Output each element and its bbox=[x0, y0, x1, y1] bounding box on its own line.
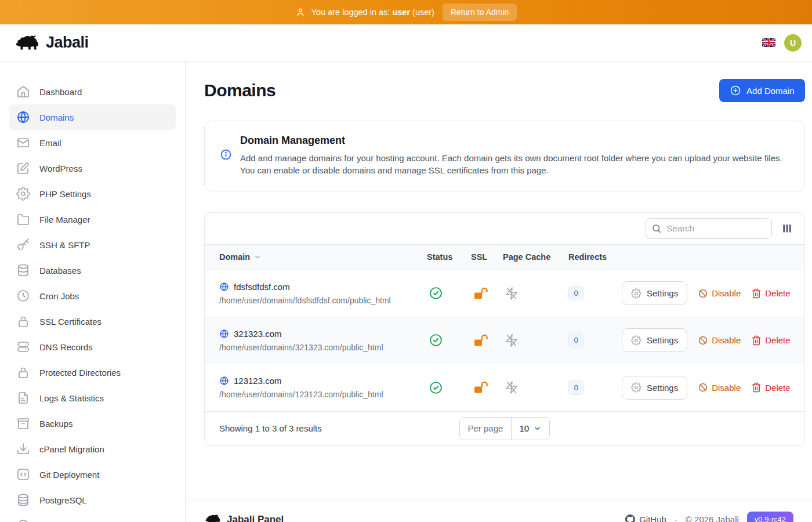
sidebar-item-dns-records[interactable]: DNS Records bbox=[9, 334, 176, 360]
page-cache-off-icon[interactable] bbox=[503, 334, 568, 347]
page-footer: Jabali Panel GitHub · © 2026 Jabali v0.9… bbox=[186, 499, 812, 522]
sidebar-item-label: Logs & Statistics bbox=[39, 393, 104, 403]
sidebar-item-label: Cron Jobs bbox=[39, 291, 79, 301]
sidebar-item-ssl-certificates[interactable]: SSL Certificates bbox=[9, 309, 176, 334]
settings-button[interactable]: Settings bbox=[622, 376, 687, 400]
gear-icon bbox=[631, 288, 641, 299]
app-header: Jabali U bbox=[0, 24, 812, 61]
sidebar-item-php-settings[interactable]: PHP Settings bbox=[9, 181, 176, 206]
sidebar-item-domains[interactable]: Domains bbox=[9, 104, 176, 130]
gear-icon bbox=[16, 187, 30, 201]
column-header-domain[interactable]: Domain bbox=[219, 252, 427, 262]
sidebar-item-git-deployment[interactable]: Git Deployment bbox=[9, 462, 176, 487]
columns-toggle-button[interactable] bbox=[780, 222, 794, 235]
trash-icon bbox=[751, 288, 762, 299]
sidebar-item-postgresql[interactable]: PostgreSQL bbox=[9, 487, 176, 513]
delete-button[interactable]: Delete bbox=[751, 288, 790, 299]
table-row: 123123.com /home/user/domains/123123.com… bbox=[205, 364, 804, 411]
info-card-title: Domain Management bbox=[240, 135, 788, 147]
domain-management-info-card: Domain Management Add and manage domains… bbox=[204, 121, 805, 191]
brand-logo[interactable]: Jabali bbox=[14, 33, 89, 53]
sidebar-item-cron-jobs[interactable]: Cron Jobs bbox=[9, 283, 176, 309]
redirects-count-badge[interactable]: 0 bbox=[568, 333, 583, 347]
page-cache-off-icon[interactable] bbox=[503, 380, 568, 394]
home-icon bbox=[16, 85, 30, 99]
clock-icon bbox=[16, 289, 30, 303]
per-page-select[interactable]: 10 bbox=[512, 418, 549, 440]
sidebar-item-cpanel-migration[interactable]: cPanel Migration bbox=[9, 436, 176, 462]
sidebar-item-label: Email bbox=[39, 138, 61, 148]
sidebar-item-label: SSH & SFTP bbox=[39, 240, 90, 250]
sidebar-item-label: PostgreSQL bbox=[39, 495, 87, 505]
sidebar-item-label: Domains bbox=[39, 113, 74, 122]
sidebar-item-protected-directories[interactable]: Protected Directories bbox=[9, 360, 176, 385]
sidebar-item-label: Protected Directories bbox=[39, 368, 121, 378]
domain-link[interactable]: 123123.com bbox=[234, 376, 282, 386]
domain-link[interactable]: 321323.com bbox=[234, 329, 282, 339]
uk-flag-icon[interactable] bbox=[762, 38, 775, 47]
user-avatar[interactable]: U bbox=[784, 34, 802, 52]
footer-brand-name: Jabali Panel bbox=[227, 514, 284, 522]
add-domain-button[interactable]: Add Domain bbox=[719, 79, 805, 102]
sidebar-item-logs-statistics[interactable]: Logs & Statistics bbox=[9, 385, 176, 411]
sidebar-item-email[interactable]: Email bbox=[9, 130, 176, 155]
return-to-admin-button[interactable]: Return to Admin bbox=[443, 3, 517, 21]
folder-icon bbox=[16, 212, 30, 226]
disable-button[interactable]: Disable bbox=[698, 335, 741, 346]
delete-button[interactable]: Delete bbox=[751, 335, 790, 346]
download-icon bbox=[16, 442, 30, 456]
globe-icon bbox=[16, 110, 30, 124]
sidebar-item-label: Databases bbox=[39, 266, 81, 276]
domain-path: /home/user/domains/123123.com/public_htm… bbox=[219, 390, 427, 399]
table-row: fdsfsdfdsf.com /home/user/domains/fdsfsd… bbox=[205, 270, 804, 317]
domain-path: /home/user/domains/321323.com/public_htm… bbox=[219, 343, 427, 352]
domain-link[interactable]: fdsfsdfdsf.com bbox=[234, 282, 290, 292]
info-icon bbox=[220, 148, 232, 163]
sidebar-item-label: PHP Settings bbox=[39, 189, 91, 199]
info-card-body: Add and manage domains for your hosting … bbox=[240, 152, 785, 177]
redirects-count-badge[interactable]: 0 bbox=[568, 380, 583, 395]
sidebar-item-databases[interactable]: Databases bbox=[9, 258, 176, 283]
github-link[interactable]: GitHub bbox=[625, 514, 666, 522]
database-icon bbox=[16, 263, 30, 277]
domain-path: /home/user/domains/fdsfsdfdsf.com/public… bbox=[219, 296, 427, 305]
impersonation-bar: You are logged in as: user (user) Return… bbox=[0, 0, 812, 24]
edit-icon bbox=[16, 161, 30, 175]
sidebar-item-ssh-sftp[interactable]: SSH & SFTP bbox=[9, 232, 176, 258]
main-content: Domains Add Domain Domain Management Add… bbox=[186, 61, 812, 522]
file-text-icon bbox=[16, 391, 30, 405]
sidebar-item-backups[interactable]: Backups bbox=[9, 411, 176, 436]
page-cache-off-icon[interactable] bbox=[503, 287, 568, 300]
disable-button[interactable]: Disable bbox=[698, 382, 741, 393]
key-icon bbox=[16, 238, 30, 252]
gear-icon bbox=[631, 382, 641, 393]
ssl-unlocked-icon[interactable] bbox=[471, 380, 503, 395]
sidebar-item-partial[interactable] bbox=[9, 513, 176, 522]
github-icon bbox=[625, 514, 635, 522]
page-title: Domains bbox=[204, 81, 276, 100]
settings-button[interactable]: Settings bbox=[622, 328, 687, 352]
lock-icon bbox=[16, 314, 30, 328]
globe-icon bbox=[219, 282, 229, 292]
ssl-unlocked-icon[interactable] bbox=[471, 286, 503, 301]
ssl-unlocked-icon[interactable] bbox=[471, 333, 503, 348]
per-page-control: Per page 10 bbox=[459, 417, 550, 440]
version-badge[interactable]: v0.9-rc42 bbox=[747, 512, 793, 522]
delete-button[interactable]: Delete bbox=[751, 382, 790, 393]
results-summary: Showing 1 to 3 of 3 results bbox=[219, 423, 322, 433]
server-icon bbox=[16, 340, 30, 354]
table-toolbar bbox=[205, 213, 804, 244]
search-input[interactable] bbox=[646, 218, 772, 239]
sidebar-item-wordpress[interactable]: WordPress bbox=[9, 155, 176, 181]
redirects-count-badge[interactable]: 0 bbox=[568, 286, 583, 300]
sidebar-item-file-manager[interactable]: File Manager bbox=[9, 206, 176, 232]
pagination-bar: Showing 1 to 3 of 3 results Per page 10 bbox=[205, 411, 804, 445]
disable-button[interactable]: Disable bbox=[698, 288, 741, 299]
sidebar-item-label: DNS Records bbox=[39, 342, 93, 352]
slash-circle-icon bbox=[698, 382, 708, 393]
sidebar-item-dashboard[interactable]: Dashboard bbox=[9, 79, 176, 104]
settings-button[interactable]: Settings bbox=[622, 281, 687, 305]
domains-table-card: Domain Status SSL Page Cache Redirects f… bbox=[204, 212, 805, 446]
boar-icon bbox=[14, 33, 41, 53]
logged-in-role: (user) bbox=[412, 8, 434, 17]
